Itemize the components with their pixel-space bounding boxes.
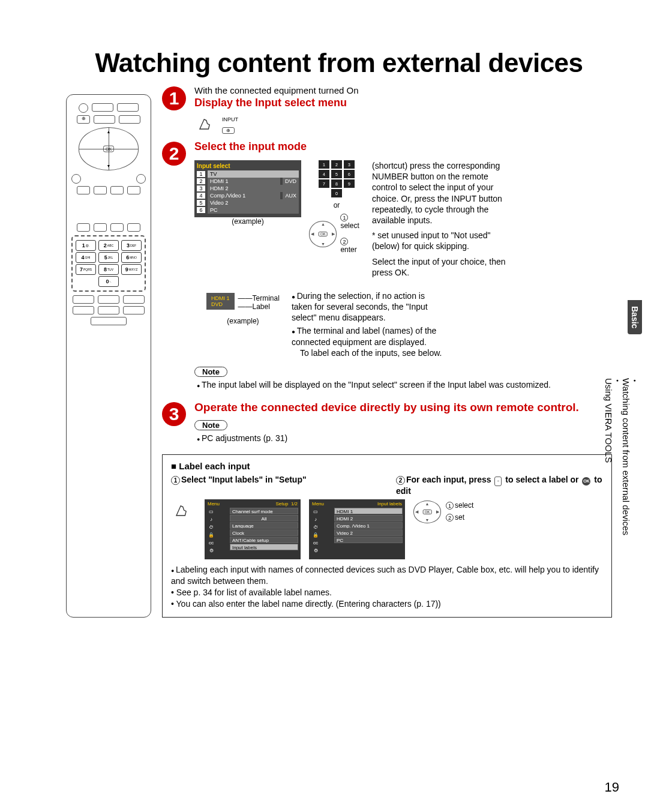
dpad-legend: 1select 2enter [340,213,364,254]
note-label: Note [194,367,227,377]
cc-icon: cc [207,539,215,546]
dpad-icon-2: ▲▼◀▶ OK [413,501,441,523]
sub-right-heading: 2For each input, press ◦ to select a lab… [396,475,603,496]
terminal-label-osd: HDMI 1 DVD [206,293,235,310]
ok-button: OK [103,146,114,152]
step2-badge: 2 [162,142,186,166]
side-tab-basic: Basic [628,300,642,334]
sub-left-heading: 1Select "Input labels" in "Setup" [171,475,378,485]
settings-icon: ⚙ [207,547,215,554]
remote-dpad: ▲▼ OK [79,127,139,170]
step-3: 3 Operate the connected device directly … [162,401,612,448]
step2-right-text: (shortcut) press the corresponding NUMBE… [372,160,510,282]
cc-icon: cc [311,539,320,546]
remote-illustration: ⊕ ▲▼ OK 1@.2ABC3DEF 4GHI5JKL6MNO 7PQRS8T… [66,94,151,618]
label-box-footer: Labeling each input with names of connec… [171,564,603,610]
input-button-label: INPUT [222,116,238,122]
or-label: or [334,201,340,209]
timer-icon: ⏱ [207,523,215,531]
side-breadcrumb: Watching content from external devices U… [603,378,637,535]
lock-icon: 🔒 [207,531,215,538]
audio-icon: ♪ [207,516,215,523]
step1-title: Display the Input select menu [194,97,612,109]
input-select-osd: Input select 1TV 2HDMI 1DVD 3HDMI 2 4Com… [194,160,301,217]
step2-note: The input label will be displayed on the… [197,379,612,390]
input-button-icon: ⊕ [222,127,235,134]
audio-icon: ♪ [311,516,320,523]
remote-numpad: 1@.2ABC3DEF 4GHI5JKL6MNO 7PQRS8TUV9WXYZ … [71,235,146,292]
step1-intro: With the connected equipment turned On [194,85,612,95]
label-each-input-box: Label each input 1Select "Input labels" … [162,454,612,618]
settings-icon: ⚙ [311,547,320,554]
step3-badge: 3 [162,402,186,426]
step3-title: Operate the connected device directly by… [194,401,612,414]
page-title: Watching content from external devices [66,48,612,78]
page-number: 19 [605,780,619,795]
tv-icon: ▭ [207,508,215,515]
step2-bullet-list: During the selection, if no action is ta… [292,290,448,361]
lock-icon: 🔒 [311,531,320,538]
keypad-shortcut-icon: 123 456 789 0 [319,160,355,197]
label-box-title: Label each input [171,461,603,471]
dpad-legend-2: 1select 2set [446,501,473,522]
tv-icon: ▭ [311,508,320,515]
arrow-icon: ◦ [494,477,502,486]
ok-icon: OK [582,477,590,486]
press-gesture-icon [194,113,216,134]
input-labels-menu-shot: MenuInput labels ▭♪⏱🔒cc⚙ HDMI 1 HDMI 2 C… [309,499,405,559]
example-caption-2: (example) [206,317,280,325]
note-label-3: Note [194,420,227,430]
step-1: 1 With the connected equipment turned On… [162,85,612,134]
label-caption: Label [253,302,270,311]
step1-badge: 1 [162,86,186,110]
step-2: 2 Select the input mode Input select 1TV… [162,140,612,395]
step2-title: Select the input mode [194,140,612,153]
press-gesture-icon-2 [171,499,193,521]
terminal-caption: Terminal [253,294,280,302]
setup-menu-shot: MenuSetup 1/2 ▭♪⏱🔒cc⚙ Channel surf mode … [205,499,301,559]
osd-title: Input select [197,163,299,169]
example-caption: (example) [194,217,301,226]
step3-note: PC adjustments (p. 31) [197,433,612,444]
input-glyph: ⊕ [77,115,90,124]
dpad-icon: ▲▼◀▶ OK [309,221,337,247]
timer-icon: ⏱ [311,523,320,531]
